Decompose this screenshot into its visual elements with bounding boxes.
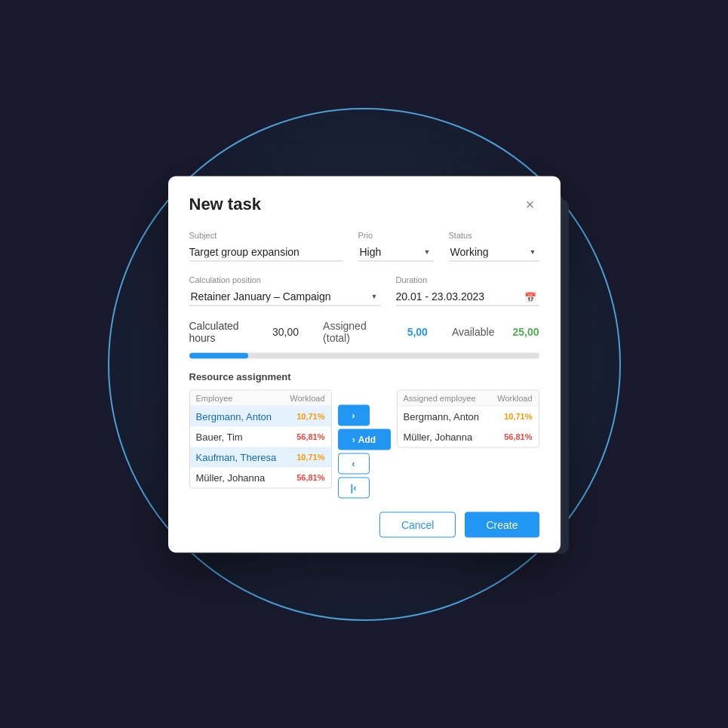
- employee-workload: 10,71%: [296, 453, 324, 462]
- calendar-icon: 📅: [524, 291, 536, 303]
- workload-col-label: Workload: [290, 393, 324, 402]
- new-task-dialog: New task × Subject Prio High Low Medium …: [168, 176, 561, 552]
- employee-item[interactable]: Bauer, Tim 56,81%: [190, 426, 331, 447]
- move-all-left-icon: |‹: [351, 482, 357, 493]
- add-button[interactable]: › Add: [338, 429, 391, 450]
- employee-workload: 56,81%: [296, 473, 324, 482]
- status-select-wrapper: Working Open Done Cancelled: [449, 242, 539, 261]
- assigned-workload-col-label: Workload: [497, 393, 532, 402]
- assigned-list-wrapper: Assigned employee Workload Bergmann, Ant…: [397, 389, 539, 447]
- assigned-employee-item[interactable]: Bergmann, Anton 10,71%: [398, 406, 539, 426]
- employee-workload: 56,81%: [296, 432, 324, 441]
- assigned-employee-name: Müller, Johanna: [404, 431, 473, 442]
- employee-col-label: Employee: [196, 393, 233, 402]
- dialog-footer: Cancel Create: [189, 511, 539, 537]
- form-row-1: Subject Prio High Low Medium Critical St…: [189, 230, 539, 261]
- employee-list-wrapper: Employee Workload Bergmann, Anton 10,71%…: [189, 389, 332, 488]
- move-all-left-button[interactable]: |‹: [338, 477, 370, 498]
- duration-input[interactable]: [396, 287, 539, 306]
- calculated-hours-label: Calculated hours: [189, 319, 261, 343]
- dialog-title: New task: [189, 194, 261, 213]
- employee-name: Müller, Johanna: [196, 472, 266, 483]
- employee-item[interactable]: Bergmann, Anton 10,71%: [190, 406, 331, 426]
- prio-select[interactable]: High Low Medium Critical: [358, 242, 434, 261]
- hours-section: Calculated hours 30,00 Assigned (total) …: [189, 319, 539, 343]
- assigned-employee-name: Bergmann, Anton: [404, 410, 479, 422]
- duration-input-wrapper: 📅: [396, 287, 539, 306]
- calc-position-label: Calculation position: [189, 275, 381, 284]
- progress-bar-fill: [189, 352, 249, 358]
- move-left-icon: ‹: [352, 458, 355, 469]
- create-button[interactable]: Create: [465, 511, 539, 537]
- resource-section: Resource assignment Employee Workload Be…: [189, 370, 539, 498]
- duration-label: Duration: [396, 275, 539, 284]
- duration-group: Duration 📅: [396, 275, 539, 306]
- assigned-employee-item[interactable]: Müller, Johanna 56,81%: [398, 426, 539, 447]
- resource-section-title: Resource assignment: [189, 370, 539, 382]
- employee-item[interactable]: Müller, Johanna 56,81%: [190, 467, 331, 487]
- available-label: Available: [452, 325, 495, 337]
- status-group: Status Working Open Done Cancelled: [449, 230, 539, 261]
- prio-select-wrapper: High Low Medium Critical: [358, 242, 434, 261]
- progress-bar-container: [189, 352, 539, 358]
- dialog-header: New task ×: [189, 194, 539, 213]
- move-right-icon: ›: [352, 410, 355, 421]
- prio-group: Prio High Low Medium Critical: [358, 230, 434, 261]
- subject-input[interactable]: [189, 242, 343, 261]
- status-select[interactable]: Working Open Done Cancelled: [449, 242, 539, 261]
- cancel-button[interactable]: Cancel: [379, 511, 456, 537]
- outer-circle: New task × Subject Prio High Low Medium …: [108, 108, 621, 621]
- available-value: 25,00: [512, 325, 539, 337]
- form-row-2: Calculation position Retainer January – …: [189, 275, 539, 306]
- add-label: Add: [358, 434, 376, 444]
- employee-workload: 10,71%: [296, 412, 324, 421]
- move-right-button[interactable]: ›: [338, 404, 370, 425]
- calc-position-select[interactable]: Retainer January – Campaign: [189, 287, 381, 306]
- subject-group: Subject: [189, 230, 343, 261]
- resource-container: Employee Workload Bergmann, Anton 10,71%…: [189, 389, 539, 498]
- assigned-col-label: Assigned employee: [404, 393, 476, 402]
- add-icon: ›: [352, 434, 355, 444]
- close-button[interactable]: ×: [521, 195, 539, 213]
- assigned-total-label: Assigned (total): [323, 319, 389, 343]
- transfer-buttons: › › Add ‹ |‹: [338, 389, 391, 498]
- assigned-employee-workload: 56,81%: [504, 432, 532, 441]
- employee-name: Kaufman, Theresa: [196, 451, 277, 462]
- assigned-employee-workload: 10,71%: [504, 412, 532, 421]
- assigned-total-value: 5,00: [407, 325, 428, 337]
- move-left-button[interactable]: ‹: [338, 453, 370, 474]
- calculated-hours-value: 30,00: [272, 325, 299, 337]
- employee-name: Bauer, Tim: [196, 431, 243, 442]
- prio-label: Prio: [358, 230, 434, 239]
- employee-name: Bergmann, Anton: [196, 410, 272, 422]
- calc-position-group: Calculation position Retainer January – …: [189, 275, 381, 306]
- employee-item[interactable]: Kaufman, Theresa 10,71%: [190, 447, 331, 467]
- subject-label: Subject: [189, 230, 343, 239]
- assigned-list-header: Assigned employee Workload: [398, 390, 539, 406]
- calc-position-select-wrapper: Retainer January – Campaign: [189, 287, 381, 306]
- employee-list-header: Employee Workload: [190, 390, 331, 406]
- status-label: Status: [449, 230, 539, 239]
